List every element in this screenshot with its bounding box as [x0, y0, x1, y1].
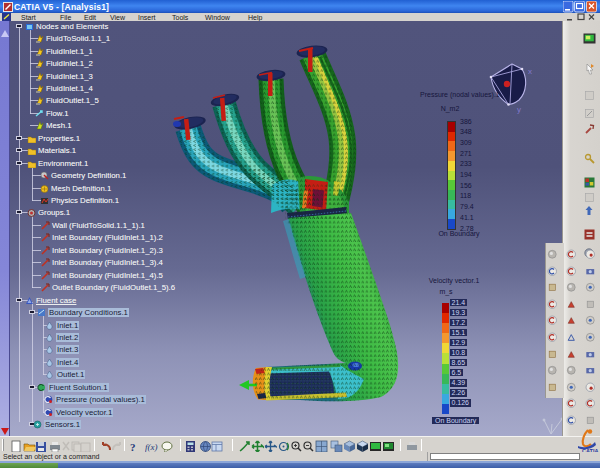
svg-text:x: x — [528, 67, 532, 76]
svg-text:y: y — [517, 105, 521, 114]
svg-text:f(x): f(x) — [145, 442, 158, 452]
